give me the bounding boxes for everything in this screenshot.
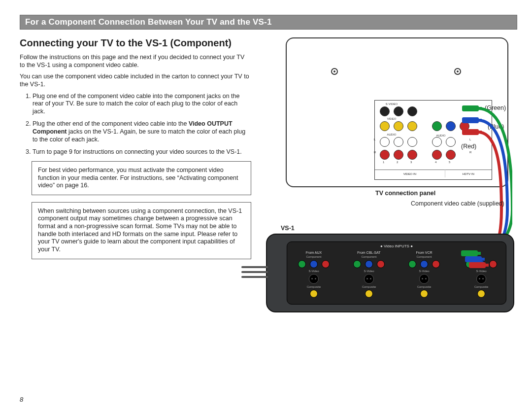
step-3: Turn to page 9 for instructions on conne… (33, 148, 251, 156)
rca-jack-icon (365, 260, 373, 268)
vs1-col-label: From AUX (289, 251, 338, 254)
vs1-input-aux: From AUX Component S-Video Composite (289, 251, 338, 305)
vs1-composite-label: Composite (459, 285, 504, 288)
rca-jack-icon (432, 260, 440, 268)
vs1-input-vcr: From VCR Component S-Video Composite (399, 251, 449, 305)
step-2-text-a: Plug the other end of the component vide… (33, 120, 189, 127)
vs1-svideo-label: S-Video (399, 270, 449, 273)
vs1-input-cblsat: From CBL-SAT Component S-Video Composite (344, 251, 394, 305)
rca-jack-icon (446, 137, 456, 147)
rca-jack-icon (394, 137, 403, 147)
connection-diagram: S VIDEO VIDEO (266, 37, 512, 318)
vs1-col-label: From CBL-SAT (344, 251, 394, 254)
intro-paragraph-2: You can use the component video cable in… (20, 73, 251, 88)
vs1-title: ● Video INPUTS ● (287, 244, 506, 248)
rca-jack-icon (380, 121, 390, 131)
section-title: Connecting your TV to the VS-1 (Componen… (20, 37, 251, 49)
vs1-cable-tail-icon (241, 264, 268, 282)
vs1-device: ● Video INPUTS ● From AUX Component S-Vi… (266, 234, 514, 312)
section-header: For a Component Connection Between Your … (20, 15, 517, 30)
svideo-jack-icon (364, 274, 374, 284)
rca-jack-icon (353, 260, 361, 268)
cable-plug-blue-icon (465, 256, 482, 262)
intro-paragraph-1: Follow the instructions on this page and… (20, 54, 251, 69)
vs1-sub-label: Component (399, 255, 449, 258)
cable-plug-green-icon (462, 105, 479, 111)
component-blue-jack-icon (446, 121, 456, 131)
vs1-composite-label: Composite (289, 285, 338, 288)
panel-label-video: VIDEO (377, 117, 406, 120)
page-number: 8 (20, 396, 23, 403)
panel-label-l: L (469, 138, 471, 141)
steps-list: Plug one end of the component video cabl… (20, 93, 251, 156)
panel-label-audio: AUDIO (377, 133, 406, 136)
cable-plug-blue-icon (462, 117, 479, 123)
rca-jack-icon (380, 137, 390, 147)
rca-jack-icon (407, 150, 417, 160)
rca-jack-icon (489, 260, 497, 268)
rca-jack-icon (407, 137, 417, 147)
component-green-jack-icon (432, 121, 442, 131)
step-1: Plug one end of the component video cabl… (33, 93, 251, 116)
cable-label-red: (Red) (461, 143, 476, 150)
panel-label-l: L (374, 138, 375, 141)
vs1-composite-label: Composite (344, 285, 394, 288)
rca-jack-icon (310, 290, 318, 298)
vs1-composite-label: Composite (399, 285, 449, 288)
vs1-col-label: From VCR (399, 251, 449, 254)
mount-hole-icon (331, 68, 338, 75)
vs1-sub-label: Component (289, 255, 338, 258)
rca-jack-icon (432, 137, 442, 147)
rca-jack-icon (377, 260, 385, 268)
tv-outline: S VIDEO VIDEO (286, 37, 508, 187)
svideo-jack-icon (309, 274, 319, 284)
cable-plug-red-icon (462, 129, 479, 135)
vs1-svideo-label: S-Video (459, 270, 504, 273)
panel-col-num: 3 (410, 161, 412, 164)
rca-jack-icon (420, 260, 428, 268)
panel-col-num: 5 (449, 161, 450, 164)
cable-label-blue: (Blue) (488, 123, 504, 130)
svideo-jack-icon (419, 274, 429, 284)
panel-label-svideo: S VIDEO (377, 103, 406, 105)
vs1-sub-label: Component (344, 255, 394, 258)
panel-foot-video-in: VIDEO IN (375, 170, 445, 177)
rca-jack-icon (394, 121, 403, 131)
panel-col-num: 2 (397, 161, 398, 164)
callout-switching: When switching between sources using a c… (32, 202, 251, 259)
rca-jack-icon (420, 290, 428, 298)
rca-jack-icon (432, 150, 442, 160)
vs1-svideo-label: S-Video (289, 270, 338, 273)
vs1-caption: VS-1 (281, 225, 295, 232)
panel-col-num: 4 (435, 161, 436, 164)
component-cable-caption: Component video cable (supplied) (411, 200, 504, 207)
rca-jack-icon (310, 260, 318, 268)
rca-jack-icon (380, 150, 390, 160)
tv-connection-panel: S VIDEO VIDEO (374, 100, 492, 180)
rca-jack-icon (407, 121, 417, 131)
rca-jack-icon (477, 290, 485, 298)
rca-jack-icon (446, 150, 456, 160)
svideo-jack-icon (476, 274, 486, 284)
svideo-jack-icon (380, 106, 390, 116)
rca-jack-icon (408, 260, 416, 268)
rca-jack-icon (365, 290, 373, 298)
cable-label-green: (Green) (485, 104, 506, 111)
mount-hole-icon (454, 68, 461, 75)
tv-panel-caption: TV connection panel (375, 190, 435, 197)
panel-label-r: R (469, 151, 471, 154)
rca-jack-icon (322, 260, 330, 268)
svideo-jack-icon (394, 106, 403, 116)
step-2: Plug the other end of the component vide… (33, 120, 251, 143)
rca-jack-icon (394, 150, 403, 160)
svideo-jack-icon (407, 106, 417, 116)
vs1-svideo-label: S-Video (344, 270, 394, 273)
callout-performance: For best video performance, you must act… (32, 161, 251, 195)
panel-col-num: 1 (383, 161, 384, 164)
cable-plug-red-icon (469, 262, 486, 268)
cable-plug-green-icon (461, 250, 478, 256)
panel-foot-hdtv-in: HDTV IN (445, 170, 492, 177)
rca-jack-icon (298, 260, 306, 268)
panel-label-r: R (374, 151, 376, 154)
